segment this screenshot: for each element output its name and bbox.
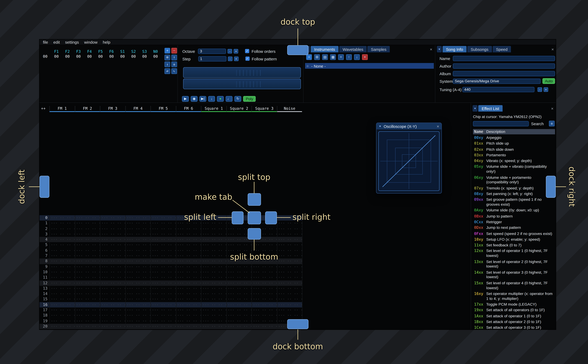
pattern-cell[interactable]: ··· ·· ·· ··· <box>201 275 226 280</box>
pattern-cell[interactable]: ··· ·· ·· ··· <box>176 248 201 253</box>
pattern-cell[interactable]: ··· ·· ·· ··· <box>226 329 251 329</box>
effect-row[interactable]: 10xySetup LFO (x: enable; y: speed) <box>473 237 555 243</box>
effect-row[interactable]: 1CxxSet attack of operator 3 (0 to 1F) <box>473 325 555 329</box>
order-cell[interactable]: 00 <box>139 54 150 59</box>
pattern-cell[interactable]: ··· ·· ·· ··· <box>100 253 125 259</box>
pattern-cell[interactable]: ··· ·· ·· ··· <box>49 259 75 264</box>
order-edit-mode-button[interactable]: ↖ <box>171 68 177 74</box>
follow-pattern-checkbox[interactable]: ✓ <box>245 57 249 61</box>
repeat-pattern-button[interactable]: ↻ <box>234 96 241 102</box>
pattern-cell[interactable]: ··· ·· ·· ··· <box>226 324 251 329</box>
octave-input[interactable]: 3 <box>198 48 226 54</box>
pattern-cell[interactable]: ··· ·· ·· ··· <box>49 307 75 313</box>
pattern-cell[interactable]: ··· ·· ·· ··· <box>125 221 151 226</box>
pattern-cell[interactable]: ··· ·· ·· ··· <box>226 264 251 270</box>
pattern-cell[interactable]: ··· ·· ·· ··· <box>151 221 176 226</box>
open-instrument-button[interactable]: ▤ <box>322 54 328 60</box>
channel-header-fm-6[interactable]: FM 6 <box>176 106 201 112</box>
pattern-row[interactable]: 17··· ·· ·· ······ ·· ·· ······ ·· ·· ··… <box>40 307 302 313</box>
pattern-cell[interactable]: ··· ·· ·· ··· <box>75 329 100 329</box>
pattern-cell[interactable]: ··· ·· ·· ··· <box>201 291 226 297</box>
pattern-cell[interactable]: ··· ·· ·· ··· <box>251 280 277 286</box>
pattern-row[interactable]: 4··· ·· ·· ······ ·· ·· ······ ·· ·· ···… <box>40 237 302 242</box>
stop-button[interactable]: ◉ <box>191 96 198 102</box>
order-cell[interactable]: 00 <box>150 54 161 59</box>
follow-orders-label[interactable]: Follow orders <box>251 49 276 53</box>
pattern-cell[interactable]: ··· ·· ·· ··· <box>176 253 201 259</box>
pattern-cell[interactable]: ··· ·· ·· ··· <box>49 291 75 297</box>
pattern-cell[interactable]: ··· ·· ·· ··· <box>100 297 125 302</box>
split-target-right[interactable] <box>265 211 277 224</box>
pattern-cell[interactable]: ··· ·· ·· ··· <box>125 297 151 302</box>
effect-row[interactable]: 1BxxSet attack of operator 2 (0 to 1F) <box>473 319 555 325</box>
channel-header-fm-5[interactable]: FM 5 <box>151 106 176 112</box>
order-change-mode-button[interactable]: ⇄ <box>165 68 170 74</box>
pattern-cell[interactable]: ··· ·· ·· ··· <box>277 275 302 280</box>
pattern-cell[interactable]: ··· ·· ·· ··· <box>151 264 176 270</box>
pattern-cell[interactable]: ··· ·· ·· ··· <box>277 270 302 275</box>
pattern-cell[interactable]: ··· ·· ·· ··· <box>125 270 151 275</box>
pattern-cell[interactable]: ··· ·· ·· ··· <box>277 280 302 286</box>
pattern-cell[interactable]: ··· ·· ·· ··· <box>151 248 176 253</box>
pattern-cell[interactable]: ··· ·· ·· ··· <box>49 324 75 329</box>
effect-row[interactable]: 14xxSet level of operator 3 (0 highest, … <box>473 270 555 280</box>
tab-effect-list[interactable]: Effect List <box>478 105 502 112</box>
pattern-cell[interactable]: ··· ·· ·· ··· <box>201 259 226 264</box>
field-input-author[interactable] <box>453 63 555 69</box>
pattern-cell[interactable]: ··· ·· ·· ··· <box>151 232 176 237</box>
pattern-cell[interactable]: ··· ·· ·· ··· <box>201 237 226 242</box>
pattern-cell[interactable]: ··· ·· ·· ··· <box>226 270 251 275</box>
effect-list-menu-icon[interactable]: ≡ <box>549 121 555 126</box>
pattern-cell[interactable]: ··· ·· ·· ··· <box>176 324 201 329</box>
pattern-cell[interactable]: ··· ·· ·· ··· <box>151 318 176 324</box>
pattern-cell[interactable]: ··· ·· ·· ··· <box>125 286 151 291</box>
effect-row[interactable]: 13xxSet level of operator 2 (0 highest, … <box>473 259 555 270</box>
order-cell[interactable]: 00 <box>117 54 128 59</box>
pattern-cell[interactable]: ··· ·· ·· ··· <box>251 297 277 302</box>
menu-item-settings[interactable]: settings <box>65 40 79 45</box>
pattern-cell[interactable]: ··· ·· ·· ··· <box>125 329 151 329</box>
effect-row[interactable]: 19xxSet attack of all operators (0 to 1F… <box>473 308 555 313</box>
pattern-cell[interactable]: ··· ·· ·· ··· <box>176 302 201 307</box>
pattern-cell[interactable]: ··· ·· ·· ··· <box>251 302 277 307</box>
pattern-cell[interactable]: ··· ·· ·· ··· <box>75 226 100 232</box>
effect-row[interactable]: 02xxPitch slide down <box>473 147 555 153</box>
pattern-cell[interactable]: ··· ·· ·· ··· <box>201 313 226 318</box>
tab-song-info[interactable]: Song Info <box>443 46 467 52</box>
dock-target-left[interactable] <box>40 176 49 198</box>
pattern-cell[interactable]: ··· ·· ·· ··· <box>49 226 75 232</box>
pattern-cell[interactable]: ··· ·· ·· ··· <box>201 280 226 286</box>
pattern-cell[interactable]: ··· ·· ·· ··· <box>125 291 151 297</box>
order-cell[interactable]: 00 <box>95 54 106 59</box>
pattern-row[interactable]: 0··· ·· ·· ······ ·· ·· ······ ·· ·· ···… <box>40 215 302 221</box>
pattern-cell[interactable]: ··· ·· ·· ··· <box>277 302 302 307</box>
pattern-cell[interactable]: ··· ·· ·· ··· <box>100 286 125 291</box>
pattern-cell[interactable]: ··· ·· ·· ··· <box>251 286 277 291</box>
metronome-button[interactable]: ♩ <box>226 96 232 102</box>
tuning-decrease-button[interactable]: - <box>538 87 542 92</box>
dock-target-top[interactable] <box>287 45 309 55</box>
pattern-row[interactable]: 9··· ·· ·· ······ ·· ·· ······ ·· ·· ···… <box>40 264 302 270</box>
pattern-cell[interactable]: ··· ·· ·· ··· <box>75 313 100 318</box>
pattern-cell[interactable]: ··· ·· ·· ··· <box>100 302 125 307</box>
pattern-cell[interactable]: ··· ·· ·· ··· <box>251 313 277 318</box>
pattern-row[interactable]: 12··· ·· ·· ······ ·· ·· ······ ·· ·· ··… <box>40 280 302 286</box>
pattern-cell[interactable]: ··· ·· ·· ··· <box>100 242 125 248</box>
step-increase-button[interactable]: + <box>234 56 238 61</box>
menu-item-help[interactable]: help <box>103 40 110 45</box>
pattern-cell[interactable]: ··· ·· ·· ··· <box>176 297 201 302</box>
pattern-cell[interactable]: ··· ·· ·· ··· <box>277 291 302 297</box>
pattern-cell[interactable]: ··· ·· ·· ··· <box>75 324 100 329</box>
effect-search-input[interactable] <box>473 121 529 126</box>
pattern-cell[interactable]: ··· ·· ·· ··· <box>201 324 226 329</box>
pattern-cell[interactable]: ··· ·· ·· ··· <box>251 291 277 297</box>
channel-header-fm-4[interactable]: FM 4 <box>125 106 151 112</box>
order-remove-button[interactable]: − <box>171 48 177 53</box>
pattern-cell[interactable]: ··· ·· ·· ··· <box>125 253 151 259</box>
pattern-cell[interactable]: ··· ·· ·· ··· <box>201 297 226 302</box>
pattern-cell[interactable]: ··· ·· ·· ··· <box>75 280 100 286</box>
pattern-cell[interactable]: ··· ·· ·· ··· <box>100 248 125 253</box>
pattern-cell[interactable]: ··· ·· ·· ··· <box>49 248 75 253</box>
pattern-cell[interactable]: ··· ·· ·· ··· <box>251 318 277 324</box>
pattern-cell[interactable]: ··· ·· ·· ··· <box>151 280 176 286</box>
